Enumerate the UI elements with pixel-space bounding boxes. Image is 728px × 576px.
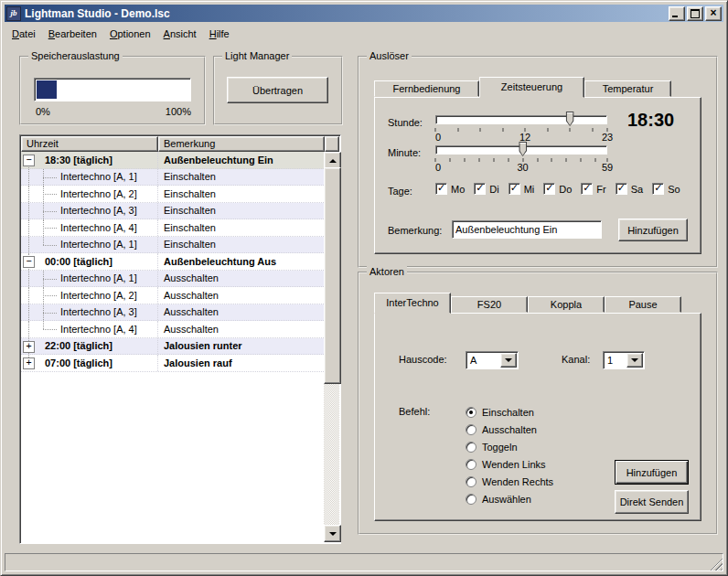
- tab-pause[interactable]: Pause: [605, 296, 681, 313]
- slider-track[interactable]: [435, 115, 607, 124]
- schedule-item-row[interactable]: Intertechno [A, 2]Einschalten: [21, 186, 324, 203]
- schedule-time: Intertechno [A, 1]: [60, 272, 137, 283]
- tree-toggle-icon[interactable]: −: [23, 256, 35, 268]
- tree-toggle-icon[interactable]: +: [23, 341, 35, 353]
- radio-icon[interactable]: [466, 494, 476, 505]
- day-checkbox-do[interactable]: ✓Do: [543, 183, 572, 195]
- schedule-rows: −18:30 [täglich]Außenbeleuchtung EinInte…: [21, 152, 324, 372]
- schedule-time: Intertechno [A, 4]: [60, 222, 137, 233]
- transfer-button[interactable]: Übertragen: [227, 77, 328, 103]
- radio-icon[interactable]: [466, 442, 476, 453]
- schedule-item-row[interactable]: Intertechno [A, 3]Ausschalten: [21, 304, 324, 322]
- checkbox-icon[interactable]: ✓: [435, 183, 447, 195]
- radio-wenden-rechts[interactable]: Wenden Rechts: [466, 473, 553, 490]
- housecode-dropdown-button[interactable]: [500, 353, 517, 368]
- schedule-group-row[interactable]: +22:00 [täglich]Jalousien runter: [21, 338, 324, 356]
- menu-item-ansicht[interactable]: Ansicht: [157, 27, 203, 40]
- menu-bar: DateiBearbeitenOptionenAnsichtHilfe: [5, 26, 236, 41]
- menu-item-datei[interactable]: Datei: [5, 27, 42, 40]
- menu-item-optionen[interactable]: Optionen: [103, 27, 157, 40]
- schedule-remark: Einschalten: [164, 205, 216, 216]
- minimize-button[interactable]: [669, 6, 685, 21]
- resize-grip-icon[interactable]: [710, 558, 723, 571]
- arrow-down-icon: [329, 532, 337, 539]
- hour-slider[interactable]: 01223: [435, 112, 607, 143]
- day-checkbox-di[interactable]: ✓Di: [474, 183, 498, 195]
- checkbox-icon[interactable]: ✓: [474, 183, 486, 195]
- schedule-group-row[interactable]: −18:30 [täglich]Außenbeleuchtung Ein: [21, 152, 324, 169]
- tab-koppla[interactable]: Koppla: [528, 296, 605, 313]
- housecode-label: Hauscode:: [399, 354, 447, 365]
- maximize-button[interactable]: [687, 6, 703, 21]
- scrollbar[interactable]: [324, 152, 339, 542]
- chevron-down-icon: [505, 358, 512, 366]
- housecode-select[interactable]: A: [466, 351, 519, 369]
- close-button[interactable]: ×: [705, 6, 722, 21]
- schedule-item-row[interactable]: Intertechno [A, 1]Einschalten: [21, 169, 324, 187]
- direct-send-button[interactable]: Direkt Senden: [615, 490, 689, 514]
- actuators-tab-panel: Hauscode: A Kanal: 1 Befehl: Einschalten…: [374, 313, 701, 521]
- app-icon: jb: [6, 6, 21, 21]
- schedule-item-row[interactable]: Intertechno [A, 1]Ausschalten: [21, 271, 324, 288]
- trigger-add-button[interactable]: Hinzufügen: [618, 219, 688, 241]
- schedule-group-row[interactable]: −00:00 [täglich]Außenbeleuchtung Aus: [21, 253, 324, 271]
- tab-fs20[interactable]: FS20: [451, 296, 528, 313]
- schedule-time: 22:00 [täglich]: [45, 340, 112, 351]
- checkbox-icon[interactable]: ✓: [581, 183, 593, 195]
- channel-value: 1: [607, 355, 613, 366]
- scrollbar-down-button[interactable]: [324, 525, 341, 542]
- day-checkbox-so[interactable]: ✓So: [652, 183, 680, 195]
- radio-auswählen[interactable]: Auswählen: [466, 490, 553, 507]
- radio-icon[interactable]: [466, 476, 476, 487]
- tick-label: 0: [435, 162, 441, 173]
- tick-label: 59: [602, 162, 613, 173]
- tab-fernbedienung[interactable]: Fernbedienung: [374, 80, 479, 97]
- memory-progress-bar: [34, 78, 191, 101]
- schedule-list-header: Uhrzeit Bemerkung: [21, 136, 339, 152]
- radio-icon[interactable]: [466, 459, 476, 470]
- menu-item-bearbeiten[interactable]: Bearbeiten: [42, 27, 103, 40]
- scrollbar-thumb[interactable]: [324, 167, 341, 384]
- radio-toggeln[interactable]: Toggeln: [466, 438, 553, 455]
- checkbox-icon[interactable]: ✓: [543, 183, 555, 195]
- schedule-time: Intertechno [A, 3]: [60, 205, 137, 216]
- menu-item-hilfe[interactable]: Hilfe: [203, 27, 236, 40]
- schedule-time: 18:30 [täglich]: [45, 155, 112, 165]
- tick-label: 30: [517, 162, 528, 173]
- schedule-remark: Einschalten: [164, 171, 216, 182]
- day-checkbox-sa[interactable]: ✓Sa: [616, 183, 643, 195]
- tab-temperatur[interactable]: Temperatur: [584, 80, 671, 97]
- tab-intertechno[interactable]: InterTechno: [374, 293, 451, 314]
- checkbox-icon[interactable]: ✓: [509, 183, 520, 195]
- tree-toggle-icon[interactable]: +: [23, 357, 35, 369]
- schedule-group-row[interactable]: +07:00 [täglich]Jalousien rauf: [21, 355, 324, 372]
- schedule-item-row[interactable]: Intertechno [A, 4]Ausschalten: [21, 321, 324, 338]
- column-header-uhrzeit[interactable]: Uhrzeit: [21, 136, 158, 152]
- schedule-item-row[interactable]: Intertechno [A, 1]Einschalten: [21, 237, 324, 254]
- schedule-time: Intertechno [A, 1]: [60, 171, 137, 182]
- tab-zeitsteuerung[interactable]: Zeitsteuerung: [479, 77, 584, 98]
- day-checkbox-mi[interactable]: ✓Mi: [509, 183, 535, 195]
- schedule-item-row[interactable]: Intertechno [A, 2]Ausschalten: [21, 287, 324, 304]
- day-checkbox-mo[interactable]: ✓Mo: [435, 183, 465, 195]
- radio-icon[interactable]: [466, 407, 476, 418]
- radio-ausschalten[interactable]: Ausschalten: [466, 421, 553, 438]
- checkbox-icon[interactable]: ✓: [652, 183, 664, 195]
- tree-toggle-icon[interactable]: −: [23, 155, 35, 166]
- radio-icon[interactable]: [466, 424, 476, 435]
- checkbox-icon[interactable]: ✓: [616, 183, 627, 195]
- channel-select[interactable]: 1: [603, 351, 645, 369]
- actuator-add-button[interactable]: Hinzufügen: [615, 460, 689, 485]
- light-manager-title: Light Manager: [222, 50, 292, 61]
- schedule-item-row[interactable]: Intertechno [A, 4]Einschalten: [21, 219, 324, 237]
- day-checkbox-fr[interactable]: ✓Fr: [581, 183, 605, 195]
- radio-einschalten[interactable]: Einschalten: [466, 403, 553, 421]
- minute-slider[interactable]: 03059: [435, 142, 607, 173]
- remark-input[interactable]: [452, 220, 602, 239]
- channel-dropdown-button[interactable]: [626, 353, 643, 368]
- schedule-time: Intertechno [A, 2]: [60, 188, 137, 199]
- schedule-item-row[interactable]: Intertechno [A, 3]Einschalten: [21, 203, 324, 220]
- radio-wenden-links[interactable]: Wenden Links: [466, 455, 553, 473]
- command-label: Befehl:: [399, 406, 430, 417]
- column-header-bemerkung[interactable]: Bemerkung: [158, 136, 325, 152]
